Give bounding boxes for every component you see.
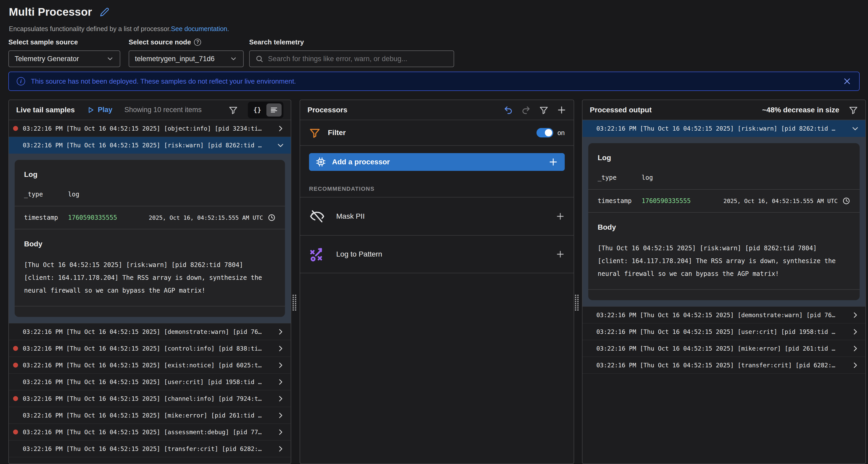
strategy-icon: [309, 246, 325, 262]
log-row[interactable]: 03:22:16 PM [Thu Oct 16 04:52:15 2025] […: [9, 324, 291, 340]
live-tail-rows-bottom: 03:22:16 PM [Thu Oct 16 04:52:15 2025] […: [9, 324, 291, 457]
chevron-right-icon[interactable]: [851, 328, 859, 336]
log-row[interactable]: 03:22:16 PM [Thu Oct 16 04:52:15 2025] […: [583, 307, 865, 324]
filter-toggle-state: on: [557, 129, 565, 137]
log-detail-expanded: Log _type log timestamp 1760590335555 20…: [9, 154, 291, 324]
add-processor-button[interactable]: Add a processor: [309, 153, 565, 171]
log-row[interactable]: 03:22:16 PM [Thu Oct 16 04:52:15 2025] […: [9, 407, 291, 424]
json-view-button[interactable]: {}: [250, 103, 265, 117]
filter-toggle[interactable]: [536, 128, 553, 137]
clock-icon[interactable]: [842, 197, 850, 205]
size-decrease-note: ~48% decrease in size: [762, 106, 839, 114]
search-icon: [255, 55, 263, 63]
chevron-down-icon: [106, 55, 114, 63]
edit-pencil-icon[interactable]: [100, 7, 109, 17]
log-row[interactable]: 03:22:16 PM [Thu Oct 16 04:52:15 2025] […: [583, 340, 865, 357]
see-documentation-link[interactable]: See documentation.: [171, 25, 229, 32]
plus-icon[interactable]: [556, 250, 565, 259]
chevron-right-icon[interactable]: [277, 428, 284, 436]
view-toggle-group: {}: [248, 102, 283, 118]
page-header: Multi Processor: [9, 6, 109, 18]
chevron-right-icon[interactable]: [277, 328, 284, 336]
chevron-right-icon[interactable]: [277, 125, 284, 132]
sample-source-select[interactable]: Telemetry Generator: [8, 51, 120, 67]
live-tail-title: Live tail samples: [16, 106, 75, 114]
log-row[interactable]: 03:22:16 PM [Thu Oct 16 04:52:15 2025] […: [9, 374, 291, 390]
chevron-right-icon[interactable]: [851, 311, 859, 319]
log-row[interactable]: 03:22:16 PM [Thu Oct 16 04:52:15 2025] […: [583, 324, 865, 340]
log-detail-expanded: Log _type log timestamp 1760590335555 20…: [583, 137, 865, 307]
log-row-text: 03:22:16 PM [Thu Oct 16 04:52:15 2025] […: [23, 345, 273, 352]
type-key: _type: [24, 191, 68, 198]
processed-output-header: Processed output ~48% decrease in size: [583, 100, 865, 120]
record-dot: [13, 126, 18, 131]
redo-icon[interactable]: [521, 105, 531, 115]
banner-message: This source has not been deployed. These…: [31, 77, 296, 86]
timestamp-key: timestamp: [598, 197, 642, 205]
recommendation-log-to-pattern[interactable]: Log to Pattern: [300, 235, 574, 273]
add-icon[interactable]: [557, 105, 566, 115]
chevron-right-icon[interactable]: [277, 361, 284, 369]
drag-handle[interactable]: [292, 295, 296, 311]
list-view-button[interactable]: [267, 103, 282, 117]
play-icon: [87, 106, 95, 114]
close-icon[interactable]: [843, 77, 851, 86]
log-row[interactable]: 03:22:16 PM [Thu Oct 16 04:52:15 2025] […: [9, 120, 291, 137]
chevron-right-icon[interactable]: [851, 361, 859, 369]
source-node-select[interactable]: telemetrygen_input_71d6: [129, 51, 244, 67]
log-row[interactable]: 03:22:16 PM [Thu Oct 16 04:52:15 2025] […: [583, 120, 865, 137]
plus-icon[interactable]: [556, 212, 565, 221]
log-row-text: 03:22:16 PM [Thu Oct 16 04:52:15 2025] […: [596, 362, 847, 369]
processor-row-filter[interactable]: Filter on: [300, 120, 574, 146]
search-input[interactable]: [268, 55, 448, 63]
braces-icon: {}: [253, 106, 261, 114]
chevron-down-icon[interactable]: [851, 125, 859, 132]
log-row-text: 03:22:16 PM [Thu Oct 16 04:52:15 2025] […: [596, 125, 847, 132]
live-tail-header: Live tail samples Play Showing 10 recent…: [9, 100, 291, 120]
timestamp-row: timestamp 1760590335555 2025, Oct 16, 04…: [588, 190, 860, 212]
chevron-right-icon[interactable]: [277, 395, 284, 403]
log-body-text: [Thu Oct 16 04:52:15 2025] [risk:warn] […: [588, 239, 860, 289]
chevron-right-icon[interactable]: [277, 445, 284, 453]
log-row-text: 03:22:16 PM [Thu Oct 16 04:52:15 2025] […: [596, 312, 847, 319]
drag-handle[interactable]: [575, 295, 579, 311]
record-dot: [13, 346, 18, 351]
log-row[interactable]: 03:22:16 PM [Thu Oct 16 04:52:15 2025] […: [9, 137, 291, 154]
timestamp-value: 1760590335555: [68, 214, 117, 221]
sample-source-value: Telemetry Generator: [14, 55, 106, 63]
deploy-warning-banner: i This source has not been deployed. The…: [8, 72, 860, 91]
log-row-text: 03:22:16 PM [Thu Oct 16 04:52:15 2025] […: [23, 445, 273, 452]
recommendation-mask-pii[interactable]: Mask PII: [300, 197, 574, 235]
filter-funnel-icon[interactable]: [539, 105, 549, 115]
filter-funnel-icon[interactable]: [228, 105, 238, 115]
log-row[interactable]: 03:22:16 PM [Thu Oct 16 04:52:15 2025] […: [9, 440, 291, 457]
log-row[interactable]: 03:22:16 PM [Thu Oct 16 04:52:15 2025] […: [9, 357, 291, 374]
chevron-right-icon[interactable]: [277, 378, 284, 386]
play-button[interactable]: Play: [87, 106, 113, 114]
processors-title: Processors: [307, 106, 347, 114]
log-row[interactable]: 03:22:16 PM [Thu Oct 16 04:52:15 2025] […: [9, 390, 291, 407]
chevron-right-icon[interactable]: [277, 344, 284, 353]
filter-processor-icon: [309, 127, 320, 138]
chevron-right-icon[interactable]: [277, 411, 284, 419]
filter-funnel-icon[interactable]: [849, 105, 858, 115]
recommendation-name: Log to Pattern: [336, 250, 382, 258]
chevron-right-icon[interactable]: [851, 344, 859, 353]
live-tail-rows-top: 03:22:16 PM [Thu Oct 16 04:52:15 2025] […: [9, 120, 291, 154]
log-row-text: 03:22:16 PM [Thu Oct 16 04:52:15 2025] […: [23, 429, 273, 435]
clock-icon[interactable]: [268, 214, 276, 222]
log-row[interactable]: 03:22:16 PM [Thu Oct 16 04:52:15 2025] […: [583, 357, 865, 374]
body-section-heading: Body: [588, 213, 860, 239]
type-row: _type log: [14, 187, 285, 206]
chevron-down-icon[interactable]: [277, 141, 284, 149]
processed-output-title: Processed output: [590, 106, 652, 114]
record-dot: [13, 363, 18, 368]
log-row[interactable]: 03:22:16 PM [Thu Oct 16 04:52:15 2025] […: [9, 340, 291, 357]
info-icon: i: [17, 77, 25, 86]
help-icon[interactable]: ?: [194, 39, 201, 46]
log-body-text: [Thu Oct 16 04:52:15 2025] [risk:warn] […: [14, 256, 285, 306]
log-row-text: 03:22:16 PM [Thu Oct 16 04:52:15 2025] […: [23, 395, 273, 402]
undo-icon[interactable]: [503, 105, 513, 115]
log-row-text: 03:22:16 PM [Thu Oct 16 04:52:15 2025] […: [596, 345, 847, 352]
log-row[interactable]: 03:22:16 PM [Thu Oct 16 04:52:15 2025] […: [9, 424, 291, 440]
